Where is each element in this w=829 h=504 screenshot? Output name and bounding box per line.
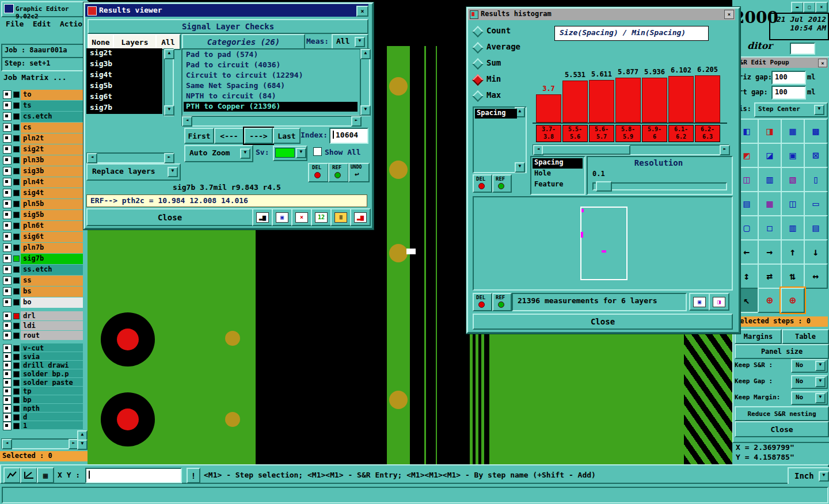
index-input[interactable]: 10604 xyxy=(329,128,368,144)
margins-button[interactable]: Margins xyxy=(735,329,782,344)
sr-tool-button[interactable]: ⊕ xyxy=(781,288,805,313)
layer-row-sig6t[interactable]: sig6t xyxy=(0,232,88,242)
layer-visibility-checkbox[interactable] xyxy=(3,112,12,121)
histogram-ref-button[interactable]: REF xyxy=(492,174,512,193)
job-matrix-button[interactable]: Job Matrix ... xyxy=(3,73,67,82)
layer-visibility-checkbox[interactable] xyxy=(3,134,12,143)
rv-tool-button[interactable]: ▂▆ xyxy=(350,208,371,226)
stat-option-count[interactable]: Count xyxy=(473,25,530,39)
reduce-sr-nesting-button[interactable]: Reduce S&R nesting xyxy=(735,406,829,421)
layer-color-box[interactable] xyxy=(13,423,20,429)
layer-visibility-checkbox[interactable] xyxy=(3,178,12,186)
rv-tool-button[interactable]: × xyxy=(291,208,312,226)
layer-row-sig2t[interactable]: sig2t xyxy=(0,144,88,155)
delete-measure-button[interactable]: DEL xyxy=(308,163,329,182)
close-icon[interactable]: × xyxy=(724,10,734,19)
sr-tool-button[interactable]: → xyxy=(758,239,782,265)
measure-item[interactable]: Spacing xyxy=(475,109,517,119)
close-button[interactable]: Close xyxy=(735,421,829,437)
sr-tool-button[interactable]: ▩ xyxy=(804,119,828,144)
mode-option-hole[interactable]: Hole xyxy=(533,169,583,180)
layer-visibility-checkbox[interactable] xyxy=(3,322,12,330)
layer-row-to[interactable]: to xyxy=(0,90,88,100)
stat-option-max[interactable]: Max xyxy=(473,89,530,103)
results-viewer-titlebar[interactable]: Results viewer × xyxy=(85,4,368,17)
results-layer-item[interactable]: sig4t xyxy=(88,70,162,81)
sr-titlebar[interactable]: S&R Edit Popup × xyxy=(733,58,828,68)
histogram-titlebar[interactable]: Results histogram × xyxy=(468,9,735,20)
layer-visibility-checkbox[interactable] xyxy=(3,353,12,361)
scroll-down-icon[interactable]: ▼ xyxy=(164,105,174,116)
results-layer-item[interactable]: sig7b xyxy=(88,103,162,113)
histogram-del-button-2[interactable]: DEL xyxy=(473,293,492,311)
layer-row-sig4t[interactable]: sig4t xyxy=(0,188,88,198)
layer-row-svia[interactable]: svia xyxy=(0,352,88,360)
layer-color-box[interactable] xyxy=(13,354,20,360)
preview-area[interactable] xyxy=(473,196,733,291)
rv-tool-button[interactable]: ▣ xyxy=(272,208,292,226)
scroll-down-icon[interactable]: ▼ xyxy=(515,162,525,173)
layers-vscrollbar[interactable]: ▲ ▼ xyxy=(163,48,174,116)
layer-color-box[interactable] xyxy=(13,113,20,120)
layer-visibility-checkbox[interactable] xyxy=(3,101,12,110)
layer-row-bs[interactable]: bs xyxy=(0,287,88,297)
layer-row-solder_bp.p[interactable]: solder_bp.p xyxy=(0,369,88,377)
scroll-left-icon[interactable]: ◄ xyxy=(182,116,192,127)
sr-tool-button[interactable]: ↑ xyxy=(781,239,805,265)
layer-color-box[interactable] xyxy=(13,362,20,369)
layer-row-pln6t[interactable]: pln6t xyxy=(0,221,88,231)
layer-visibility-checkbox[interactable] xyxy=(3,156,12,165)
keep-margin-dropdown[interactable]: No ▼ xyxy=(791,391,828,405)
layer-row-bp[interactable]: bp xyxy=(0,395,88,403)
layer-color-box[interactable] xyxy=(13,124,20,131)
layer-visibility-checkbox[interactable] xyxy=(3,298,12,307)
scroll-down-icon[interactable]: ▼ xyxy=(360,105,371,116)
filter-layers-button[interactable]: Layers xyxy=(113,34,157,50)
layer-row-pln7b[interactable]: pln7b xyxy=(0,243,88,253)
step-field[interactable]: Step: set+1 xyxy=(1,57,89,71)
layers-hscrollbar[interactable]: ◄ ► xyxy=(86,152,174,163)
layer-color-box[interactable] xyxy=(13,201,20,207)
stat-option-sum[interactable]: Sum xyxy=(473,57,530,71)
sr-tool-button[interactable]: ▣ xyxy=(781,143,805,168)
layer-row-bo[interactable]: bo xyxy=(0,297,88,308)
rh-tool-button[interactable]: ▣ xyxy=(689,293,710,311)
layer-visibility-checkbox[interactable] xyxy=(3,413,12,422)
results-layer-item[interactable]: sig2t xyxy=(88,48,162,59)
vert-gap-input[interactable]: 100 xyxy=(771,86,806,100)
close-button[interactable]: Close xyxy=(473,314,733,330)
grid-tool-button[interactable]: ▦ xyxy=(37,467,54,483)
scroll-down-icon[interactable]: ▼ xyxy=(77,440,88,450)
stat-option-min[interactable]: Min xyxy=(473,73,530,87)
layer-color-box[interactable] xyxy=(13,135,20,142)
menu-file[interactable]: File xyxy=(6,20,24,28)
layer-vscroll-arrows[interactable]: ▲ ▼ xyxy=(77,430,86,449)
layer-color-box[interactable] xyxy=(13,388,20,395)
mode-option-feature[interactable]: Feature xyxy=(533,180,583,190)
layer-color-box[interactable] xyxy=(13,397,20,403)
layer-visibility-checkbox[interactable] xyxy=(3,265,12,274)
layer-color-box[interactable] xyxy=(13,406,20,412)
units-dropdown[interactable]: Inch ▼ xyxy=(788,467,829,485)
close-icon[interactable]: × xyxy=(356,6,368,17)
category-item[interactable]: PTH to Copper (21396) xyxy=(184,102,358,112)
layer-color-box[interactable] xyxy=(13,277,20,284)
layer-color-box[interactable] xyxy=(13,91,20,98)
layer-visibility-checkbox[interactable] xyxy=(3,222,12,230)
layer-visibility-checkbox[interactable] xyxy=(3,145,12,154)
replace-layers-dropdown[interactable]: Replace layers ▼ xyxy=(86,163,181,181)
sr-tool-button[interactable]: ▯ xyxy=(804,167,828,192)
rv-tool-button[interactable]: 12 xyxy=(311,208,332,226)
layer-color-box[interactable] xyxy=(13,157,20,163)
layer-color-box[interactable] xyxy=(13,212,20,218)
horiz-gap-input[interactable]: 100 xyxy=(771,71,806,85)
layer-visibility-checkbox[interactable] xyxy=(3,200,12,208)
layer-visibility-checkbox[interactable] xyxy=(3,243,12,252)
layer-visibility-checkbox[interactable] xyxy=(3,312,12,320)
chart-tool-button[interactable] xyxy=(3,467,21,483)
layer-visibility-checkbox[interactable] xyxy=(3,232,12,241)
layer-row-ss[interactable]: ss xyxy=(0,276,88,286)
reference-measure-button[interactable]: REF xyxy=(328,163,349,182)
window-button[interactable]: □ xyxy=(803,2,816,13)
layer-visibility-checkbox[interactable] xyxy=(3,370,12,379)
